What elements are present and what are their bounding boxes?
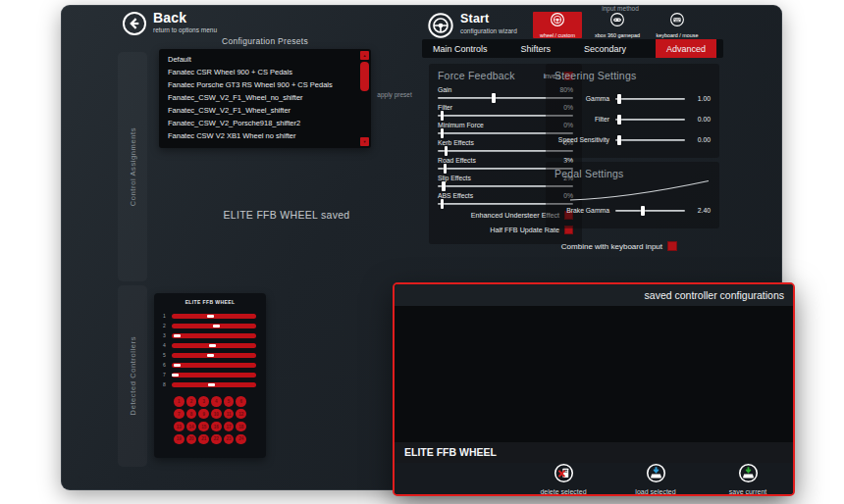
device-button-23: 23 (224, 434, 235, 445)
device-button-5: 5 (224, 396, 235, 407)
device-button-14: 14 (186, 422, 197, 432)
settings-tab-bar: Main ControlsShiftersSecondaryAdvanced (422, 39, 723, 58)
axis-bar (172, 343, 256, 348)
scrollbar-thumb[interactable] (360, 62, 369, 91)
slider-thumb[interactable] (445, 146, 448, 156)
preset-item[interactable]: Fanatec_CSW_V2_Porsche918_shifter2 (159, 117, 371, 129)
device-button-18: 18 (236, 422, 246, 432)
input-method-xbox-360-gamepad[interactable]: xbox 360 gamepad (593, 12, 642, 38)
combine-keyboard-row: Combine with keyboard input (546, 241, 677, 251)
save-current-button[interactable]: save current (712, 463, 783, 495)
slider-thumb[interactable] (441, 111, 445, 121)
slider-track[interactable] (615, 210, 685, 212)
tab-main-controls[interactable]: Main Controls (429, 39, 492, 58)
device-axis-1: 1 (154, 311, 266, 321)
device-button-15: 15 (198, 422, 209, 432)
scroll-up-button[interactable]: ▲ (360, 51, 369, 60)
combine-keyboard-checkbox[interactable] (667, 241, 677, 251)
slider-thumb[interactable] (444, 164, 448, 174)
scroll-down-button[interactable]: ▼ (360, 137, 369, 146)
slider-thumb[interactable] (617, 94, 621, 104)
force-feedback-title: Force Feedback (438, 70, 515, 81)
back-label: Back (153, 11, 217, 25)
axis-bar (172, 333, 256, 338)
tab-advanced[interactable]: Advanced (656, 39, 716, 58)
pedal-slider-wrap: Brake Gamma2.40 (554, 207, 711, 214)
preset-item[interactable]: Fanatec Porsche GT3 RS Wheel 900 + CS Pe… (159, 78, 371, 91)
preset-item[interactable]: Default (159, 53, 371, 66)
slider-thumb[interactable] (441, 128, 445, 138)
tab-shifters[interactable]: Shifters (516, 39, 554, 58)
axis-marker (213, 325, 220, 328)
load-icon (646, 463, 666, 487)
status-message: ELITE FFB WHEEL saved (179, 209, 395, 221)
device-button-grid: 123456789101112131415161718192021222324 (154, 396, 266, 444)
slider-thumb[interactable] (617, 115, 621, 125)
device-button-21: 21 (198, 434, 209, 445)
preset-list: DefaultFanatec CSR Wheel 900 + CS Pedals… (159, 49, 371, 148)
saved-configs-dialog: saved controller configurations ELITE FF… (393, 282, 795, 496)
tab-secondary[interactable]: Secondary (580, 39, 630, 58)
axis-bar (172, 382, 256, 387)
axis-bar (172, 353, 256, 358)
slider-track[interactable] (615, 98, 685, 100)
input-method-group: wheel / customxbox 360 gamepadkeyboard /… (533, 12, 702, 38)
device-button-17: 17 (224, 422, 235, 432)
device-button-9: 9 (198, 409, 209, 420)
axis-bar (172, 363, 256, 368)
preset-item[interactable]: Fanatec CSW V2 XB1 Wheel no shifter (159, 129, 371, 142)
axis-marker (174, 334, 181, 337)
steering-slider-list: Gamma1.00Filter0.00Speed Sensitivity0.00 (554, 95, 711, 143)
slider-thumb[interactable] (617, 135, 621, 145)
saved-config-item[interactable]: ELITE FFB WHEEL (395, 442, 793, 463)
input-method-label: input method (571, 5, 669, 12)
back-button[interactable]: Back return to options menu (122, 11, 217, 36)
device-axis-2: 2 (154, 321, 266, 330)
device-axis-list: 12345678 (154, 311, 266, 389)
device-button-24: 24 (236, 434, 246, 445)
detected-controllers-label: Detected Controllers (129, 336, 137, 415)
steering-settings-title: Steering Settings (554, 70, 711, 81)
preset-item[interactable]: Fanatec_CSW_V2_F1_Wheel_shifter (159, 104, 371, 117)
presets-title: Configuration Presets (159, 36, 371, 46)
slider-thumb[interactable] (441, 199, 445, 209)
device-panel: ELITE FFB WHEEL 12345678 123456789101112… (154, 293, 266, 458)
slider-speed-sensitivity: Speed Sensitivity0.00 (554, 136, 711, 143)
device-button-1: 1 (174, 396, 185, 407)
device-button-16: 16 (211, 422, 222, 432)
axis-bar (172, 324, 256, 328)
device-button-12: 12 (236, 409, 246, 420)
slider-thumb[interactable] (492, 93, 496, 103)
steering-settings-panel: Steering Settings Gamma1.00Filter0.00Spe… (546, 64, 719, 158)
device-axis-8: 8 (154, 379, 266, 389)
slider-track[interactable] (615, 139, 685, 141)
device-axis-3: 3 (154, 330, 266, 340)
delete-selected-button[interactable]: delete selected (528, 463, 599, 495)
axis-bar (172, 373, 256, 378)
delete-icon (554, 463, 574, 487)
slider-track[interactable] (615, 119, 685, 121)
axis-marker (174, 364, 181, 367)
preset-scrollbar: ▲ ▼ (360, 51, 369, 146)
device-name: ELITE FFB WHEEL (154, 299, 266, 305)
slider-value: 1.00 (685, 95, 711, 102)
slider-thumb[interactable] (641, 206, 645, 216)
device-button-20: 20 (186, 434, 197, 445)
axis-marker (207, 315, 214, 318)
load-selected-button[interactable]: load selected (620, 463, 691, 495)
preset-item[interactable]: Fanatec CSR Wheel 900 + CS Pedals (159, 66, 371, 78)
axis-marker (208, 383, 215, 386)
device-axis-6: 6 (154, 360, 266, 370)
apply-preset-label: apply preset (365, 91, 424, 98)
device-axis-4: 4 (154, 340, 266, 350)
input-method-wheel-custom[interactable]: wheel / custom (533, 12, 582, 38)
slider-thumb[interactable] (442, 181, 446, 191)
sidebar-detected-controllers: Detected Controllers (118, 285, 147, 467)
start-wizard-button[interactable]: Start configuration wizard (427, 12, 517, 39)
axis-bar (172, 314, 256, 319)
device-button-22: 22 (211, 434, 222, 445)
saved-configs-list (395, 306, 793, 442)
input-method-keyboard-mouse[interactable]: keyboard / mouse (653, 12, 702, 38)
back-arrow-icon (122, 11, 147, 36)
preset-item[interactable]: Fanatec_CSW_V2_F1_Wheel_no_shifter (159, 91, 371, 104)
